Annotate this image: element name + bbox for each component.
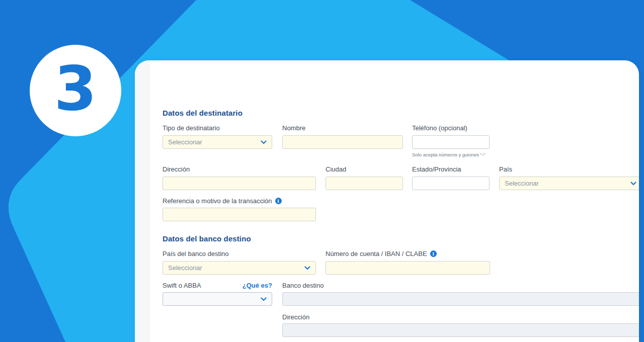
telefono-input[interactable] [412, 135, 490, 149]
pais-select-value: Seleccionar [505, 180, 539, 187]
pais-banco-select-value: Seleccionar [168, 264, 202, 272]
step-badge: 3 [30, 45, 121, 136]
direccion-input[interactable] [163, 177, 316, 190]
pais-select[interactable]: Seleccionar [499, 177, 639, 190]
banco-destino-input [282, 292, 639, 306]
referencia-label-row: Referencia o motivo de la transacción i [163, 197, 282, 205]
telefono-helper-text: Solo acepta números y guiones “-” [412, 152, 485, 157]
cuenta-input[interactable] [326, 261, 490, 275]
tipo-destinatario-label: Tipo de destinatario [163, 124, 220, 132]
banco-direccion-label: Dirección [282, 313, 309, 321]
ciudad-label: Ciudad [326, 165, 346, 173]
chevron-down-icon [261, 297, 267, 301]
direccion-label: Dirección [163, 165, 190, 173]
nombre-field-wrap [282, 135, 403, 149]
ciudad-field-wrap [326, 177, 403, 190]
telefono-label: Teléfono (opcional) [412, 124, 467, 132]
referencia-field-wrap [163, 208, 316, 221]
chevron-down-icon [630, 182, 636, 186]
pais-banco-label: País del banco destino [163, 250, 229, 258]
card-left-gutter [135, 60, 150, 342]
cuenta-field-wrap [326, 261, 490, 275]
nombre-input[interactable] [282, 135, 403, 149]
referencia-label: Referencia o motivo de la transacción [163, 197, 272, 205]
step-number: 3 [54, 58, 97, 119]
swift-select[interactable] [163, 292, 272, 306]
banco-direccion-field-wrap [282, 323, 639, 337]
recipient-section-title: Datos del destinatario [163, 109, 243, 117]
form-card: Datos del destinatario Tipo de destinata… [135, 60, 639, 342]
chevron-down-icon [304, 266, 310, 270]
referencia-input[interactable] [163, 208, 316, 221]
estado-provincia-field-wrap [412, 177, 490, 190]
info-icon[interactable]: i [430, 250, 437, 257]
direccion-field-wrap [163, 177, 316, 190]
estado-provincia-label: Estado/Provincia [412, 165, 461, 173]
swift-label-row: Swift o ABBA ¿Qué es? [163, 282, 272, 289]
tipo-destinatario-select[interactable]: Seleccionar [163, 135, 272, 149]
banco-destino-field-wrap [282, 292, 639, 306]
pais-banco-select[interactable]: Seleccionar [163, 261, 316, 275]
cuenta-label-row: Número de cuenta / IBAN / CLABE i [326, 250, 437, 258]
tipo-destinatario-select-value: Seleccionar [168, 138, 202, 146]
estado-provincia-input[interactable] [412, 177, 490, 190]
ciudad-input[interactable] [326, 177, 403, 190]
swift-label: Swift o ABBA [163, 282, 201, 289]
banco-destino-label: Banco destino [282, 282, 324, 289]
telefono-field-wrap [412, 135, 490, 149]
que-es-link[interactable]: ¿Qué es? [243, 282, 272, 289]
pais-label: País [499, 165, 512, 173]
chevron-down-icon [261, 140, 267, 144]
bank-section-title: Datos del banco destino [163, 234, 251, 243]
banco-direccion-input [282, 323, 639, 337]
info-icon[interactable]: i [275, 198, 282, 204]
nombre-label: Nombre [282, 124, 305, 132]
cuenta-label: Número de cuenta / IBAN / CLABE [326, 250, 427, 258]
